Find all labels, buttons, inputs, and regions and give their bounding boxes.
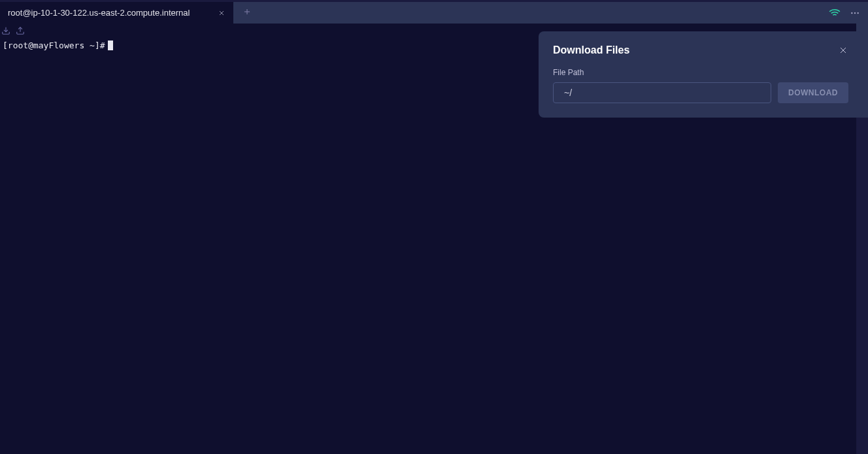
file-path-label: File Path — [553, 68, 848, 77]
wifi-icon — [829, 7, 841, 19]
dialog-header: Download Files — [553, 44, 848, 56]
tab-title: root@ip-10-1-30-122.us-east-2.compute.in… — [8, 8, 190, 18]
terminal-prompt: [root@mayFlowers ~]# — [3, 41, 105, 50]
terminal-tab[interactable]: root@ip-10-1-30-122.us-east-2.compute.in… — [0, 2, 233, 24]
download-files-dialog: Download Files File Path DOWNLOAD — [539, 31, 863, 118]
close-icon[interactable] — [218, 9, 225, 17]
plus-icon — [242, 7, 252, 19]
close-icon[interactable] — [838, 45, 848, 56]
svg-point-7 — [857, 12, 858, 13]
terminal-cursor — [108, 41, 113, 50]
tab-bar: root@ip-10-1-30-122.us-east-2.compute.in… — [0, 2, 868, 24]
more-horizontal-icon[interactable] — [850, 8, 860, 18]
file-path-input[interactable] — [553, 82, 771, 103]
upload-icon[interactable] — [16, 26, 25, 35]
add-tab-button[interactable] — [233, 2, 261, 24]
download-button[interactable]: DOWNLOAD — [778, 82, 848, 103]
dialog-input-row: DOWNLOAD — [553, 82, 848, 103]
dialog-title: Download Files — [553, 44, 629, 56]
svg-point-5 — [851, 12, 852, 13]
tab-bar-actions — [829, 2, 868, 24]
download-icon[interactable] — [1, 26, 10, 35]
svg-point-6 — [854, 12, 856, 13]
